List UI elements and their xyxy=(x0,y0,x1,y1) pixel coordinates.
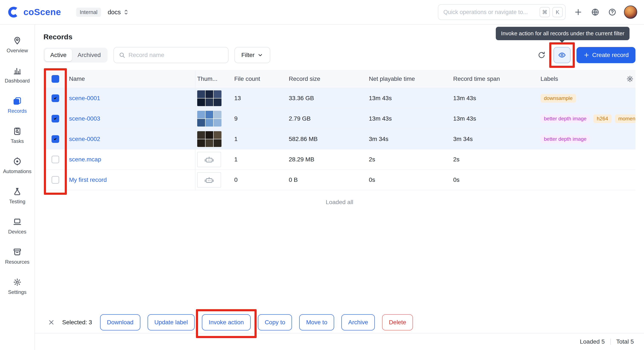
create-record-button[interactable]: Create record xyxy=(576,47,636,63)
add-icon[interactable] xyxy=(574,8,583,16)
project-switcher[interactable]: docs xyxy=(108,9,129,16)
record-labels-cell: downsample xyxy=(539,88,636,108)
record-thumbnail xyxy=(197,131,222,147)
sidebar-item-settings[interactable]: Settings xyxy=(0,271,34,302)
devices-icon xyxy=(13,217,22,226)
globe-icon[interactable] xyxy=(591,8,600,16)
column-header-record-time-span: Record time span xyxy=(452,70,539,88)
select-all-cell xyxy=(44,70,67,88)
record-thumbnail-cell xyxy=(195,109,232,129)
record-size-value: 2.79 GB xyxy=(287,109,367,129)
total-count: Total 5 xyxy=(616,338,634,345)
tab-active[interactable]: Active xyxy=(45,49,72,61)
loaded-count: Loaded 5 xyxy=(580,338,605,345)
column-header-thum: Thum... xyxy=(195,70,232,88)
refresh-button[interactable] xyxy=(533,47,550,63)
record-thumbnail xyxy=(197,111,222,127)
sidebar-item-automations[interactable]: Automations xyxy=(0,151,34,181)
invoke-action-button[interactable]: Invoke action xyxy=(202,314,251,331)
eye-icon xyxy=(558,51,566,59)
record-link[interactable]: scene-0002 xyxy=(69,136,100,143)
invoke-all-button[interactable] xyxy=(554,47,570,63)
record-link[interactable]: scene-0003 xyxy=(69,115,100,122)
select-all-checkbox[interactable] xyxy=(52,75,59,83)
sidebar: OverviewDashboardRecordsTasksAutomations… xyxy=(0,25,35,350)
move-to-button[interactable]: Move to xyxy=(299,314,334,331)
copy-to-button[interactable]: Copy to xyxy=(258,314,292,331)
chevron-updown-icon xyxy=(123,9,129,15)
dashboard-icon xyxy=(13,66,22,75)
sidebar-item-records[interactable]: Records xyxy=(0,90,34,120)
label-chip: momen xyxy=(615,114,636,123)
delete-button[interactable]: Delete xyxy=(382,314,413,331)
table-row: scene-000392.79 GB13m 43s13m 43sbetter d… xyxy=(44,109,636,129)
records-icon xyxy=(13,97,22,105)
sidebar-item-label: Testing xyxy=(9,199,25,204)
robot-icon xyxy=(204,156,214,163)
net-playable-time-value: 13m 43s xyxy=(367,109,452,129)
record-name-cell: scene-0002 xyxy=(67,129,195,149)
record-name-cell: scene.mcap xyxy=(67,150,195,170)
row-checkbox[interactable] xyxy=(52,94,59,102)
sidebar-item-resources[interactable]: Resources xyxy=(0,241,34,271)
sidebar-item-dashboard[interactable]: Dashboard xyxy=(0,60,34,90)
record-search-input[interactable]: Record name xyxy=(114,47,228,63)
sidebar-item-label: Overview xyxy=(6,48,28,54)
gear-icon[interactable] xyxy=(626,75,634,83)
column-header-labels: Labels xyxy=(539,70,618,88)
row-check-cell xyxy=(44,170,67,190)
sidebar-item-label: Tasks xyxy=(11,138,24,144)
record-name-cell: My first record xyxy=(67,170,195,190)
record-search-placeholder: Record name xyxy=(128,52,164,58)
sidebar-item-label: Records xyxy=(8,108,26,114)
file-count-value: 13 xyxy=(232,88,287,108)
archive-button[interactable]: Archive xyxy=(342,314,375,331)
row-check-cell xyxy=(44,88,67,108)
loaded-all-text: Loaded all xyxy=(44,199,636,206)
record-link[interactable]: scene.mcap xyxy=(69,156,101,163)
testing-icon xyxy=(13,187,22,196)
record-link[interactable]: scene-0001 xyxy=(69,95,100,102)
update-label-button[interactable]: Update label xyxy=(148,314,195,331)
project-name: docs xyxy=(108,9,121,16)
record-size-value: 582.86 MB xyxy=(287,129,367,149)
row-checkbox[interactable] xyxy=(52,176,59,184)
row-checkbox[interactable] xyxy=(52,115,59,123)
sidebar-item-devices[interactable]: Devices xyxy=(0,211,34,241)
net-playable-time-value: 2s xyxy=(367,150,452,170)
brand-name: coScene xyxy=(24,7,61,17)
record-size-value: 0 B xyxy=(287,170,367,190)
sidebar-item-testing[interactable]: Testing xyxy=(0,181,34,211)
brand[interactable]: coScene xyxy=(7,5,61,19)
kbd-k: K xyxy=(552,7,563,17)
help-icon[interactable] xyxy=(608,8,617,16)
table-row: scene-00021582.86 MB3m 34s3m 34sbetter d… xyxy=(44,129,636,150)
row-checkbox[interactable] xyxy=(52,156,59,163)
sidebar-item-label: Devices xyxy=(8,229,26,235)
quick-search-input[interactable]: Quick operations or navigate to... ⌘ K xyxy=(438,4,566,20)
overview-icon xyxy=(13,36,22,45)
tab-archived[interactable]: Archived xyxy=(72,49,106,61)
avatar[interactable] xyxy=(624,5,637,19)
resources-icon xyxy=(13,247,22,256)
refresh-icon xyxy=(538,51,546,59)
record-link[interactable]: My first record xyxy=(69,176,107,183)
create-record-label: Create record xyxy=(592,52,629,58)
kbd-cmd: ⌘ xyxy=(540,7,550,17)
close-icon[interactable] xyxy=(48,319,55,326)
column-header-name: Name xyxy=(67,70,195,88)
filter-button[interactable]: Filter xyxy=(234,47,270,63)
row-checkbox[interactable] xyxy=(52,135,59,143)
sidebar-item-label: Automations xyxy=(3,169,31,174)
record-size-value: 33.36 GB xyxy=(287,88,367,108)
record-time-span-value: 3m 34s xyxy=(452,129,539,149)
sidebar-item-tasks[interactable]: Tasks xyxy=(0,120,34,151)
download-button[interactable]: Download xyxy=(100,314,140,331)
record-thumbnail xyxy=(197,90,222,106)
sidebar-item-overview[interactable]: Overview xyxy=(0,30,34,60)
filter-label: Filter xyxy=(241,52,254,58)
records-table: NameThum...File countRecord sizeNet play… xyxy=(44,70,636,190)
tooltip: Invoke action for all records under the … xyxy=(496,27,630,40)
record-labels-cell: better depth image xyxy=(539,129,636,149)
record-thumbnail-placeholder xyxy=(197,172,221,187)
